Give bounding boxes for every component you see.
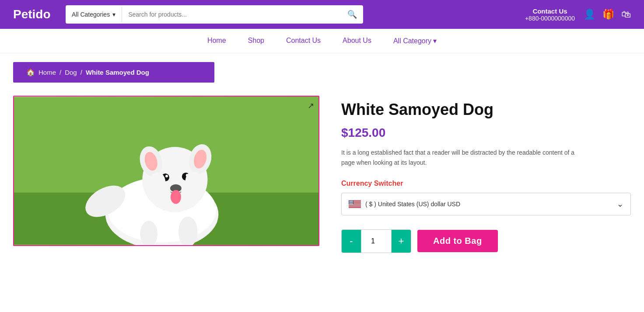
category-dropdown[interactable]: All Categories ▾ <box>66 7 122 22</box>
product-image <box>14 97 318 245</box>
quantity-increase-button[interactable]: + <box>392 230 411 253</box>
svg-point-40 <box>350 201 350 201</box>
svg-point-14 <box>165 175 168 177</box>
svg-point-45 <box>350 201 350 202</box>
nav-about-us[interactable]: About Us <box>343 37 371 45</box>
svg-rect-33 <box>349 208 361 208</box>
product-description: It is a long established fact that a rea… <box>341 148 578 167</box>
svg-point-56 <box>352 203 352 203</box>
svg-point-54 <box>350 203 350 203</box>
category-chevron-icon: ▾ <box>112 11 116 18</box>
svg-point-61 <box>352 203 353 204</box>
product-title: White Samoyed Dog <box>341 100 631 119</box>
svg-point-37 <box>351 200 351 201</box>
breadcrumb: 🏠 Home / Dog / White Samoyed Dog <box>13 62 214 83</box>
breadcrumb-current: White Samoyed Dog <box>86 69 149 76</box>
main-nav: Home Shop Contact Us About Us All Catego… <box>0 29 644 53</box>
svg-point-35 <box>349 200 350 201</box>
svg-point-39 <box>353 200 353 201</box>
svg-point-47 <box>352 201 352 202</box>
currency-option-label: ( $ ) United States (US) dollar USD <box>365 201 460 208</box>
svg-point-46 <box>351 201 351 202</box>
svg-rect-30 <box>349 205 361 206</box>
add-to-bag-row: - + Add to Bag <box>341 229 631 253</box>
svg-point-65 <box>352 204 352 204</box>
contact-title: Contact Us <box>525 7 575 15</box>
currency-dropdown[interactable]: ( $ ) United States (US) dollar USD ⌄ <box>341 193 631 215</box>
svg-point-51 <box>351 202 352 202</box>
product-section: ↗ White Samoyed Dog $125.00 It is a long… <box>0 91 644 270</box>
product-image-wrapper: ↗ <box>13 96 319 246</box>
site-header: Petido All Categories ▾ 🔍 Contact Us +88… <box>0 0 644 29</box>
svg-point-44 <box>349 201 350 202</box>
quantity-input[interactable] <box>361 230 392 253</box>
search-icon: 🔍 <box>347 10 357 19</box>
nav-shop[interactable]: Shop <box>248 37 264 45</box>
svg-point-48 <box>353 201 353 202</box>
nav-all-cat-label: All Category <box>393 37 431 45</box>
expand-icon[interactable]: ↗ <box>308 101 314 111</box>
quantity-wrapper: - + <box>341 229 411 253</box>
svg-point-19 <box>186 171 201 191</box>
breadcrumb-home[interactable]: Home <box>38 69 56 76</box>
svg-point-53 <box>349 203 350 203</box>
category-label: All Categories <box>72 11 110 18</box>
nav-home[interactable]: Home <box>207 37 226 45</box>
breadcrumb-sep-2: / <box>80 69 82 76</box>
contact-phone: +880-0000000000 <box>525 15 575 22</box>
svg-rect-32 <box>349 207 361 207</box>
breadcrumb-dog[interactable]: Dog <box>65 69 77 76</box>
svg-point-38 <box>352 200 352 201</box>
svg-point-36 <box>350 200 350 201</box>
svg-point-59 <box>350 203 351 204</box>
svg-point-20 <box>162 156 188 173</box>
currency-left: ( $ ) United States (US) dollar USD <box>349 200 460 208</box>
svg-point-60 <box>351 203 352 204</box>
contact-info: Contact Us +880-0000000000 <box>525 7 575 22</box>
header-icons: 👤 🎁 🛍 <box>584 9 631 20</box>
site-logo[interactable]: Petido <box>13 7 57 21</box>
cart-icon[interactable]: 🛍 <box>621 9 631 20</box>
svg-point-41 <box>350 201 351 201</box>
breadcrumb-sep-1: / <box>60 69 61 76</box>
nav-all-cat-chevron: ▾ <box>433 37 437 45</box>
svg-point-18 <box>150 172 165 191</box>
svg-point-55 <box>351 203 351 203</box>
svg-point-42 <box>351 201 352 201</box>
svg-point-58 <box>350 203 350 204</box>
add-to-bag-button[interactable]: Add to Bag <box>417 230 498 252</box>
svg-point-66 <box>353 204 353 204</box>
svg-point-52 <box>352 202 353 202</box>
quantity-decrease-button[interactable]: - <box>342 230 361 253</box>
product-details: White Samoyed Dog $125.00 It is a long e… <box>341 96 631 253</box>
svg-rect-28 <box>349 205 361 205</box>
gift-icon[interactable]: 🎁 <box>602 9 614 20</box>
nav-contact-us[interactable]: Contact Us <box>286 37 321 45</box>
nav-all-category[interactable]: All Category ▾ <box>393 37 437 45</box>
header-right: Contact Us +880-0000000000 👤 🎁 🛍 <box>525 7 631 22</box>
product-price: $125.00 <box>341 126 631 140</box>
svg-point-17 <box>171 190 181 204</box>
currency-chevron-icon: ⌄ <box>617 199 623 209</box>
svg-point-62 <box>349 204 350 204</box>
svg-point-50 <box>350 202 351 202</box>
search-button[interactable]: 🔍 <box>341 5 363 24</box>
us-flag-icon <box>349 200 361 208</box>
svg-point-63 <box>350 204 350 204</box>
currency-switcher-label: Currency Switcher <box>341 180 631 187</box>
svg-point-49 <box>350 202 350 202</box>
svg-rect-31 <box>349 206 361 207</box>
user-icon[interactable]: 👤 <box>584 9 595 20</box>
svg-point-57 <box>353 203 353 203</box>
svg-point-64 <box>351 204 351 204</box>
home-icon: 🏠 <box>26 68 35 76</box>
svg-rect-29 <box>349 205 361 205</box>
svg-point-43 <box>352 201 353 201</box>
search-bar: All Categories ▾ 🔍 <box>66 5 363 24</box>
search-input[interactable] <box>122 7 341 22</box>
